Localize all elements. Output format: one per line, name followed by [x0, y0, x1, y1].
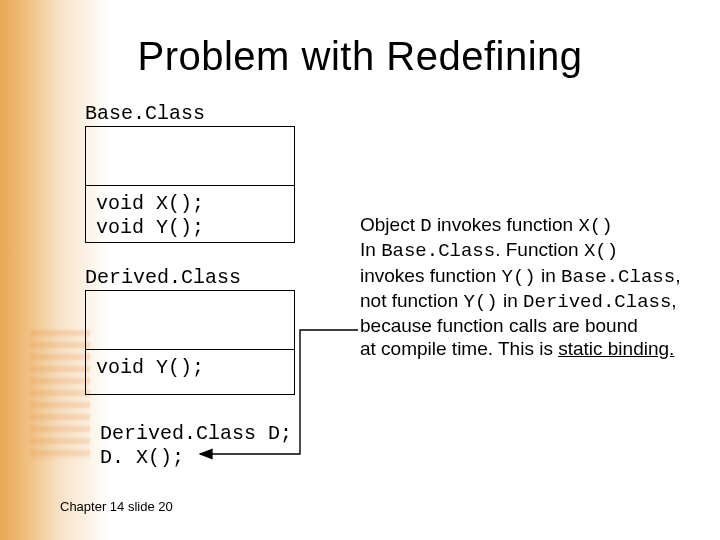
- slide-title: Problem with Redefining: [0, 34, 720, 79]
- expl-t3: In: [360, 239, 381, 260]
- expl-c7: Y(): [464, 291, 498, 313]
- expl-t2: invokes function: [432, 214, 579, 235]
- derived-class-label: Derived.Class: [85, 266, 241, 289]
- expl-t4: . Function: [495, 239, 584, 260]
- expl-c4: X(): [584, 240, 618, 262]
- base-class-label: Base.Class: [85, 102, 205, 125]
- derived-class-methods-box: void Y();: [85, 349, 295, 395]
- base-class-methods: void X(); void Y();: [96, 192, 204, 239]
- expl-c1: D: [420, 215, 431, 237]
- slide-content: Problem with Redefining Base.Class void …: [0, 0, 720, 540]
- expl-t8: in: [498, 290, 523, 311]
- expl-t5: invokes function: [360, 265, 502, 286]
- base-class-methods-box: void X(); void Y();: [85, 185, 295, 243]
- expl-c8: Derived.Class: [523, 291, 671, 313]
- derived-class-methods: void Y();: [96, 356, 204, 379]
- expl-c6: Base.Class: [561, 266, 675, 288]
- expl-c5: Y(): [502, 266, 536, 288]
- expl-c3: Base.Class: [381, 240, 495, 262]
- expl-t1: Object: [360, 214, 420, 235]
- explanation-paragraph: Object D invokes function X() In Base.Cl…: [360, 190, 690, 360]
- expl-t6: in: [536, 265, 561, 286]
- expl-c2: X(): [578, 215, 612, 237]
- expl-underline: static binding.: [558, 338, 674, 359]
- code-snippet: Derived.Class D; D. X();: [100, 422, 292, 469]
- base-class-box-top: [85, 126, 295, 186]
- slide-footer: Chapter 14 slide 20: [60, 499, 173, 514]
- code-snippet-text: Derived.Class D; D. X();: [100, 422, 292, 469]
- derived-class-box-top: [85, 290, 295, 350]
